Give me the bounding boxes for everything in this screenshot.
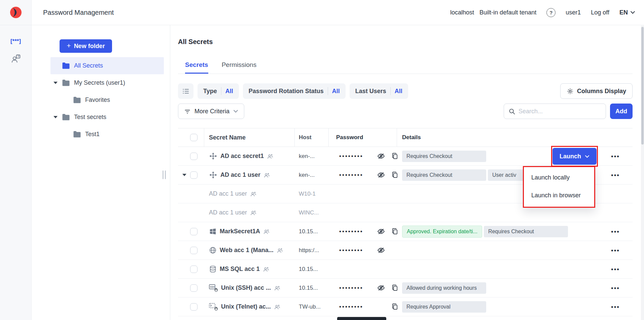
language-selector[interactable]: EN [619,9,635,16]
logoff-link[interactable]: Log off [591,9,609,16]
sidebar-item-my-secrets-user1-[interactable]: My Secrets (user1) [50,74,164,91]
row-checkbox[interactable] [190,266,198,273]
password-mask: •••••••• [339,304,371,310]
column-header-host[interactable]: Host [295,128,329,147]
secret-name[interactable]: AD acc 1 user [209,190,247,197]
secrets-table: Secret Name Host Password Details AD acc… [178,128,633,316]
secret-name[interactable]: AD acc 1 user [220,171,260,178]
more-actions-button[interactable]: ••• [611,305,620,309]
secret-name[interactable]: Unix (Telnet) ac... [221,303,271,310]
filter-chip-last-users[interactable]: Last Users All [350,83,408,99]
db-icon [209,265,217,273]
host-value: ken-... [295,153,329,160]
sidebar-item-all-secrets[interactable]: All Secrets [50,57,164,74]
list-icon [182,87,190,95]
user-group-icon [274,304,281,310]
secret-name[interactable]: AD acc 1 user [209,209,247,216]
filter-label: Last Users [355,88,386,95]
search-input[interactable] [518,108,601,115]
row-checkbox[interactable] [190,284,198,292]
sidebar-item-favorites[interactable]: Favorites [50,91,164,109]
table-row[interactable]: Unix (Telnet) ac... TW-ub... •••••••• Re… [178,297,633,316]
launch-button[interactable]: Launch [552,148,597,165]
more-actions-button[interactable]: ••• [611,230,620,233]
secret-name[interactable]: MS SQL acc 1 [220,266,260,273]
divider [328,87,328,95]
caret-down-icon[interactable] [52,82,59,84]
user-group-icon [263,172,270,178]
row-checkbox[interactable] [190,303,198,311]
table-row[interactable]: MarkSecret1A 10.15... •••••••• Approved.… [178,222,633,241]
caret-down-icon[interactable] [52,116,59,118]
filter-chip-password-rotation-status[interactable]: Password Rotation Status All [243,83,346,99]
topbar: Password Management localhost Built-in d… [0,0,644,25]
column-header-secret-name[interactable]: Secret Name [204,128,295,147]
app-logo[interactable] [0,0,32,25]
table-row[interactable]: MS SQL acc 1 10.15... ••• [178,260,633,279]
eye-off-icon[interactable] [377,246,385,254]
column-header-details[interactable]: Details [397,128,633,147]
svg-text:?: ? [17,55,19,58]
secret-name[interactable]: Web acc 1 (Mana... [220,247,274,254]
list-view-button[interactable] [178,83,193,99]
new-folder-button[interactable]: + New folder [60,39,112,53]
filter-bar: Type All Password Rotation Status All La… [178,83,633,99]
more-actions-button[interactable]: ••• [611,155,620,158]
status-badge: Requires Checkout [402,151,486,162]
ad-icon [209,171,217,179]
row-checkbox[interactable] [190,171,198,179]
sidebar-item-test-secrets[interactable]: Test secrets [50,109,164,126]
sidebar-resize-handle[interactable] [163,170,166,179]
select-all-checkbox[interactable] [190,134,198,141]
eye-off-icon[interactable] [377,227,385,236]
host-value: W10-1 [295,191,329,197]
menu-item-launch-locally[interactable]: Launch locally [524,169,594,187]
menu-item-launch-in-browser[interactable]: Launch in browser [524,187,594,204]
more-actions-button[interactable]: ••• [611,286,620,290]
more-actions-button[interactable]: ••• [611,249,620,252]
table-row[interactable]: SSH Unix (SSH) acc ... 10.15... ••••••••… [178,279,633,297]
eye-off-icon[interactable] [377,171,385,179]
columns-display-button[interactable]: Columns Display [560,83,633,99]
folder-icon [62,114,70,121]
scrollbar-thumb[interactable] [641,27,644,145]
details-cell: Allowed during working hours [397,282,604,294]
chevron-down-icon [233,110,238,113]
more-actions-button[interactable]: ••• [611,173,620,177]
row-checkbox[interactable] [190,153,198,160]
details-cell: Approved. Expiration date/ti...Requires … [397,226,604,238]
language-label: EN [619,9,628,16]
tab-secrets[interactable]: Secrets [185,61,208,74]
folder-label: Favorites [85,96,110,104]
filter-chip-type[interactable]: Type All [198,83,239,99]
folder-sidebar: + New folder All Secrets My Secrets (use… [32,25,170,320]
sidebar-item-test1[interactable]: Test1 [50,126,164,143]
eye-off-icon[interactable] [377,152,385,160]
partial-row-tooltip [337,317,386,320]
table-row[interactable]: Web acc 1 (Mana... https:/... •••••••• •… [178,241,633,260]
gear-icon [567,88,574,95]
help-icon[interactable]: ? [546,8,556,17]
svg-text:SSH: SSH [210,286,215,288]
add-button[interactable]: Add [610,104,633,119]
tab-permissions[interactable]: Permissions [222,61,256,74]
secret-name[interactable]: MarkSecret1A [220,228,260,235]
row-checkbox[interactable] [190,247,198,254]
row-checkbox[interactable] [190,228,198,235]
columns-display-label: Columns Display [577,88,626,95]
user-group-icon [277,247,283,254]
password-module-icon[interactable]: [***] [10,38,21,45]
column-header-password[interactable]: Password [329,128,397,147]
expand-caret-icon[interactable] [181,174,187,176]
main-content: All Secrets SecretsPermissions Type All … [170,25,644,320]
more-actions-button[interactable]: ••• [611,268,620,271]
filter-label: Password Rotation Status [249,88,324,95]
folder-label: My Secrets (user1) [74,79,125,86]
secret-name[interactable]: Unix (SSH) acc ... [221,284,271,291]
secret-name[interactable]: AD acc secret1 [220,153,264,160]
more-criteria-button[interactable]: More Criteria [178,104,244,119]
user-help-icon[interactable]: ? [10,53,21,64]
status-badge: Requires Checkout [484,226,568,237]
host-value: WINC... [295,209,329,216]
eye-off-icon[interactable] [377,284,385,292]
